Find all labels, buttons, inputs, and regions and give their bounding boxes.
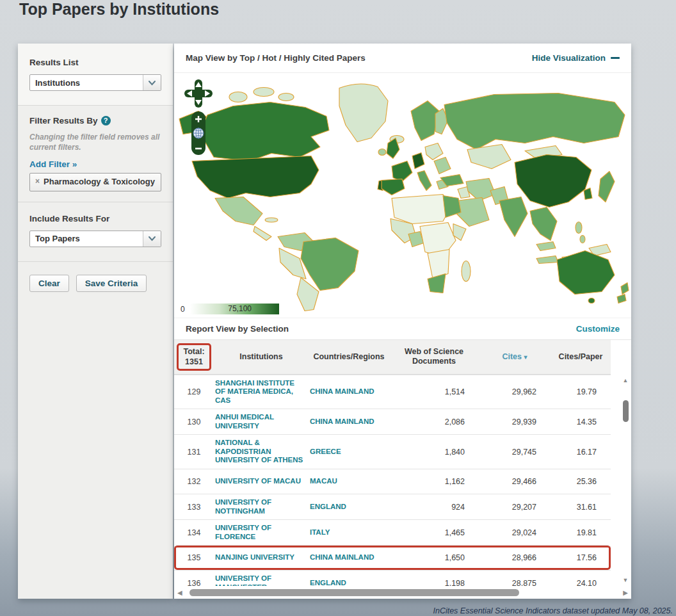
include-results-section: Include Results For Top Papers: [18, 202, 173, 262]
rank-cell: 130: [174, 417, 214, 426]
map-view-title: Map View by Top / Hot / Highly Cited Pap…: [186, 53, 366, 63]
country-link[interactable]: MACAU: [309, 477, 389, 486]
documents-cell: 1,514: [389, 387, 479, 396]
results-list-select[interactable]: Institutions: [29, 74, 161, 91]
customize-link[interactable]: Customize: [576, 324, 620, 334]
cites-cell: 29,962: [479, 387, 551, 396]
cites-per-paper-cell: 24.10: [551, 579, 611, 586]
cites-cell: 29,745: [479, 448, 551, 457]
cites-cell: 28,966: [479, 553, 551, 562]
map-view-header: Map View by Top / Hot / Highly Cited Pap…: [174, 44, 631, 73]
map-visualization: 0 75,100: [174, 73, 631, 318]
map-pan-zoom-controls[interactable]: [184, 79, 214, 158]
filter-section: Filter Results By ? Changing the filter …: [18, 106, 173, 202]
add-filter-link[interactable]: Add Filter »: [29, 159, 77, 169]
institution-link[interactable]: UNIVERSITY OF MACAU: [214, 477, 309, 486]
documents-cell: 2,086: [389, 417, 479, 426]
table-row[interactable]: 129 SHANGHAI INSTITUTE OF MATERIA MEDICA…: [174, 375, 611, 409]
horizontal-scroll-thumb[interactable]: [189, 589, 520, 596]
institution-link[interactable]: UNIVERSITY OF NOTTINGHAM: [214, 498, 309, 515]
chevron-down-icon[interactable]: [143, 75, 161, 90]
cites-cell: 29,024: [479, 528, 551, 537]
dataset-update-note: InCites Essential Science Indicators dat…: [433, 606, 673, 615]
sort-desc-icon: ▾: [524, 353, 527, 361]
rank-cell: 129: [174, 387, 214, 396]
hide-visualization-link[interactable]: Hide Visualization: [532, 53, 620, 63]
country-link[interactable]: CHINA MAINLAND: [309, 417, 389, 426]
country-link[interactable]: CHINA MAINLAND: [309, 553, 389, 562]
scroll-down-icon[interactable]: ▼: [620, 577, 631, 583]
filter-note: Changing the filter field removes all cu…: [29, 133, 161, 152]
documents-cell: 1,465: [389, 528, 479, 537]
rank-cell: 131: [174, 448, 214, 457]
horizontal-scrollbar[interactable]: ◀ ▶: [174, 586, 631, 599]
cites-per-paper-cell: 19.81: [551, 528, 611, 537]
horizontal-scroll-track[interactable]: [186, 588, 620, 596]
scroll-up-icon[interactable]: ▲: [620, 377, 631, 384]
active-filter-label: Pharmacology & Toxicology: [44, 177, 155, 186]
institution-link[interactable]: SHANGHAI INSTITUTE OF MATERIA MEDICA, CA…: [214, 379, 309, 405]
country-link[interactable]: CHINA MAINLAND: [309, 387, 389, 396]
chevron-down-icon[interactable]: [143, 231, 161, 247]
save-criteria-button[interactable]: Save Criteria: [76, 275, 147, 292]
criteria-buttons: Clear Save Criteria: [18, 262, 173, 305]
table-header: Total: 1351 Institutions Countries/Regio…: [174, 340, 611, 375]
legend-min-label: 0: [181, 305, 185, 314]
institution-link[interactable]: ANHUI MEDICAL UNIVERSITY: [214, 413, 309, 430]
filter-results-by-label: Filter Results By: [29, 116, 98, 126]
active-filter-chip[interactable]: × Pharmacology & Toxicology: [29, 173, 161, 191]
table-row[interactable]: 133 UNIVERSITY OF NOTTINGHAM ENGLAND 924…: [174, 494, 611, 519]
table-row[interactable]: 132 UNIVERSITY OF MACAU MACAU 1,162 29,4…: [174, 469, 611, 494]
country-link[interactable]: ENGLAND: [309, 503, 389, 512]
column-header-documents[interactable]: Web of Science Documents: [389, 344, 479, 369]
remove-filter-icon[interactable]: ×: [35, 177, 40, 186]
world-map-svg[interactable]: [174, 73, 631, 318]
country-link[interactable]: ITALY: [309, 528, 389, 537]
results-list-label: Results List: [29, 58, 161, 67]
column-header-cites[interactable]: Cites ▾: [479, 349, 551, 365]
cites-cell: 29,466: [479, 477, 551, 486]
country-link[interactable]: ENGLAND: [309, 579, 389, 586]
help-icon[interactable]: ?: [101, 116, 111, 126]
cites-per-paper-cell: 25.36: [551, 477, 611, 486]
scroll-right-icon[interactable]: ▶: [623, 589, 628, 596]
table-row[interactable]: 134 UNIVERSITY OF FLORENCE ITALY 1,465 2…: [174, 519, 611, 545]
cites-per-paper-cell: 16.17: [551, 448, 611, 457]
cites-cell: 29,939: [479, 417, 551, 426]
institution-link[interactable]: UNIVERSITY OF MANCHESTER: [214, 574, 309, 586]
country-link[interactable]: GREECE: [309, 448, 389, 457]
table-row[interactable]: 135 NANJING UNIVERSITY CHINA MAINLAND 1,…: [174, 545, 611, 570]
rank-cell: 134: [174, 528, 214, 537]
legend-max-label: 75,100: [228, 304, 252, 313]
vertical-scrollbar[interactable]: ▲ ▼: [620, 376, 631, 585]
rank-cell: 136: [174, 579, 214, 586]
report-view-header: Report View by Selection Customize: [174, 318, 631, 340]
minus-icon: [611, 57, 620, 59]
table-row[interactable]: 130 ANHUI MEDICAL UNIVERSITY CHINA MAINL…: [174, 409, 611, 434]
include-results-label: Include Results For: [29, 214, 161, 223]
vertical-scroll-thumb[interactable]: [623, 400, 629, 422]
cites-cell: 28,875: [479, 579, 551, 586]
documents-cell: 1,840: [389, 448, 479, 457]
rank-cell: 132: [174, 477, 214, 486]
scroll-left-icon[interactable]: ◀: [177, 589, 182, 596]
cites-per-paper-cell: 14.35: [551, 417, 611, 426]
include-results-select[interactable]: Top Papers: [29, 231, 161, 247]
column-header-cites-per-paper[interactable]: Cites/Paper: [551, 349, 611, 365]
cites-per-paper-cell: 19.79: [551, 387, 611, 396]
column-header-institutions[interactable]: Institutions: [214, 349, 309, 365]
institution-link[interactable]: NATIONAL & KAPODISTRIAN UNIVERSITY OF AT…: [214, 439, 309, 465]
include-results-value: Top Papers: [30, 231, 143, 247]
table-row[interactable]: 131 NATIONAL & KAPODISTRIAN UNIVERSITY O…: [174, 434, 611, 469]
cites-cell: 29,207: [479, 503, 551, 512]
column-header-countries[interactable]: Countries/Regions: [309, 349, 389, 365]
table-rows-host: 129 SHANGHAI INSTITUTE OF MATERIA MEDICA…: [174, 375, 631, 587]
total-label: Total:: [183, 346, 204, 357]
clear-button[interactable]: Clear: [29, 275, 69, 292]
institution-link[interactable]: NANJING UNIVERSITY: [214, 553, 309, 562]
total-count-cell: Total: 1351: [174, 340, 214, 374]
institution-link[interactable]: UNIVERSITY OF FLORENCE: [214, 524, 309, 541]
map-legend: 0 75,100: [181, 304, 279, 314]
table-row[interactable]: 136 UNIVERSITY OF MANCHESTER ENGLAND 1,1…: [174, 570, 611, 586]
total-value: 1351: [183, 357, 204, 367]
